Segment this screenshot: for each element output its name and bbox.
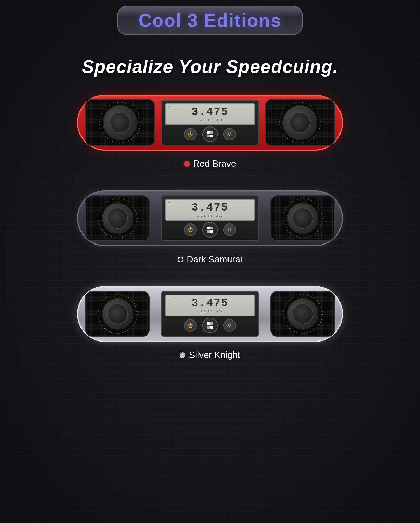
svg-rect-1 [207, 131, 210, 134]
svg-rect-9 [207, 230, 210, 233]
display-unit-dark: ✦ 3.475 1 2 3 4 5 A0s ⏻ [161, 195, 259, 241]
display-unit-silver: ✦ 3.475 1 2 3 4 5 A0s ⏻ [161, 291, 259, 337]
lcd-small-silver: 1 2 3 4 5 A0s [197, 310, 223, 313]
gan-logo-silver [206, 322, 214, 329]
timer-device-silver: ✦ 3.475 1 2 3 4 5 A0s ⏻ [77, 286, 343, 342]
edition-name-red: Red Brave [193, 158, 236, 169]
edition-name-dark: Dark Samurai [187, 254, 243, 265]
speaker-left-red [85, 99, 155, 146]
svg-rect-7 [207, 227, 210, 229]
lcd-small-red: 1 2 3 4 5 A0s [197, 118, 223, 122]
knob-silver-left[interactable] [102, 298, 133, 330]
knob-inner-red-left [110, 112, 131, 133]
speaker-right-silver [270, 291, 335, 337]
svg-rect-4 [210, 135, 213, 137]
knob-inner-silver-right [292, 303, 313, 324]
knob-inner-red-right [289, 112, 310, 133]
gan-logo-dark [206, 226, 214, 234]
lcd-screen-dark: ✦ 3.475 1 2 3 4 5 A0s [165, 199, 255, 221]
power-button-dark[interactable]: ⏻ [184, 223, 197, 236]
power-button-red[interactable]: ⏻ [184, 128, 197, 140]
knob-inner-dark-right [292, 208, 313, 229]
power-button-silver[interactable]: ⏻ [184, 319, 197, 332]
edition-label-silver: Silver Knight [180, 350, 240, 360]
knob-inner-silver-left [107, 303, 128, 324]
knob-red-right[interactable] [282, 105, 317, 140]
svg-rect-15 [207, 326, 210, 329]
refresh-button-silver[interactable]: ↺ [223, 319, 236, 332]
svg-rect-13 [207, 322, 210, 325]
knob-red-left[interactable] [103, 105, 138, 140]
svg-rect-2 [210, 131, 213, 134]
lcd-screen-silver: ✦ 3.475 1 2 3 4 5 A0s [165, 295, 255, 316]
speaker-left-dark [85, 195, 150, 241]
gan-logo-red [206, 130, 214, 138]
svg-rect-16 [210, 326, 213, 329]
speaker-left-silver [85, 291, 150, 337]
svg-rect-14 [210, 322, 213, 325]
edition-red-section: ✦ 3.475 1 2 3 4 5 A0s ⏻ [0, 95, 420, 169]
logo-button-silver[interactable] [202, 318, 218, 333]
timer-device-red: ✦ 3.475 1 2 3 4 5 A0s ⏻ [77, 95, 343, 151]
lcd-time-silver: 3.475 [191, 298, 229, 309]
lcd-bt-icon-red: ✦ [168, 105, 170, 109]
edition-dot-dark [178, 257, 183, 262]
lcd-screen-red: ✦ 3.475 1 2 3 4 5 A0s [165, 103, 255, 125]
title-banner: Cool 3 Editions [117, 6, 303, 35]
page-wrapper: Cool 3 Editions Specialize Your Speedcui… [0, 0, 420, 388]
display-unit-red: ✦ 3.475 1 2 3 4 5 A0s ⏻ [161, 100, 259, 145]
lcd-time-red: 3.475 [191, 106, 229, 118]
edition-label-dark: Dark Samurai [178, 254, 243, 265]
lcd-small-dark: 1 2 3 4 5 A0s [197, 214, 223, 218]
knob-dark-left[interactable] [102, 202, 133, 234]
edition-name-silver: Silver Knight [189, 350, 240, 360]
edition-dot-red [184, 161, 190, 167]
gan-logo-svg-red [206, 130, 214, 138]
logo-button-dark[interactable] [202, 222, 218, 238]
edition-dot-silver [180, 352, 186, 358]
speaker-right-dark [270, 195, 335, 241]
gan-logo-svg-dark [206, 226, 214, 234]
lcd-bt-icon-silver: ✦ [168, 297, 170, 300]
svg-rect-3 [207, 135, 210, 137]
refresh-button-red[interactable]: ↺ [223, 128, 236, 140]
tagline: Specialize Your Speedcuing. [82, 56, 338, 77]
lcd-time-dark: 3.475 [191, 202, 229, 213]
edition-dark-section: ✦ 3.475 1 2 3 4 5 A0s ⏻ [0, 190, 420, 265]
timer-device-dark: ✦ 3.475 1 2 3 4 5 A0s ⏻ [77, 190, 343, 246]
gan-logo-svg-silver [206, 322, 214, 329]
svg-rect-8 [210, 227, 213, 229]
logo-button-red[interactable] [202, 126, 218, 142]
edition-label-red: Red Brave [184, 158, 236, 169]
app-title: Cool 3 Editions [139, 10, 281, 30]
knob-silver-right[interactable] [287, 298, 318, 330]
edition-silver-section: ✦ 3.475 1 2 3 4 5 A0s ⏻ [0, 286, 420, 360]
svg-rect-10 [210, 230, 213, 233]
lcd-bt-icon-dark: ✦ [168, 201, 170, 204]
knob-dark-right[interactable] [287, 202, 318, 234]
controls-row-dark: ⏻ ↺ [184, 222, 236, 238]
speaker-right-red [265, 99, 335, 146]
controls-row-silver: ⏻ ↺ [184, 318, 236, 333]
refresh-button-dark[interactable]: ↺ [223, 223, 236, 236]
controls-row-red: ⏻ ↺ [184, 126, 236, 142]
knob-inner-dark-left [107, 208, 128, 229]
